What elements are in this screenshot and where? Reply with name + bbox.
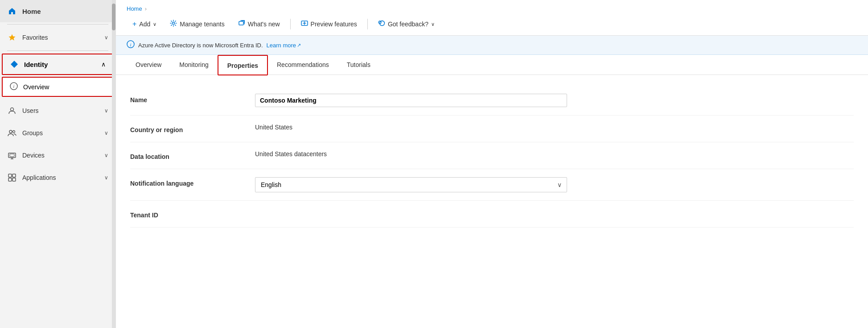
- notification-language-select[interactable]: English: [255, 177, 567, 192]
- property-notification-language-label: Notification language: [130, 177, 255, 187]
- star-icon: [7, 33, 17, 42]
- divider-1: [7, 24, 108, 25]
- sidebar-item-identity-label: Identity: [24, 61, 96, 68]
- property-country-label: Country or region: [130, 124, 255, 133]
- got-feedback-button[interactable]: Got feedback? ∨: [372, 17, 440, 32]
- notification-language-select-wrapper: English ∨: [255, 177, 567, 192]
- chevron-down-icon: ∨: [104, 152, 108, 158]
- info-icon: i: [127, 40, 135, 50]
- divider-2: [7, 50, 108, 51]
- sidebar-item-home[interactable]: Home: [0, 0, 115, 22]
- property-tenant-id-row: Tenant ID: [130, 201, 854, 228]
- preview-icon: [301, 20, 308, 29]
- preview-features-button[interactable]: Preview features: [295, 17, 363, 32]
- svg-rect-14: [12, 178, 16, 181]
- property-data-location-row: Data location United States datacenters: [130, 142, 854, 169]
- sidebar-item-devices[interactable]: Devices ∨: [0, 144, 115, 166]
- svg-point-5: [9, 130, 12, 133]
- sidebar-item-overview-label: Overview: [23, 83, 49, 91]
- sidebar: Home Favorites ∨ Identity ∧ i: [0, 0, 116, 328]
- sidebar-item-devices-label: Devices: [22, 152, 99, 159]
- svg-text:i: i: [130, 42, 131, 47]
- device-icon: [7, 150, 17, 160]
- scrollbar-track[interactable]: [112, 0, 115, 328]
- sidebar-item-users-label: Users: [22, 107, 99, 114]
- tab-overview[interactable]: Overview: [127, 55, 170, 75]
- svg-rect-13: [8, 178, 12, 181]
- app-icon: [7, 173, 17, 183]
- property-data-location-value: United States datacenters: [255, 150, 854, 158]
- feedback-icon: [378, 20, 385, 29]
- svg-marker-0: [9, 34, 16, 41]
- property-data-location-label: Data location: [130, 150, 255, 160]
- svg-rect-16: [239, 21, 243, 25]
- property-name-row: Name: [130, 86, 854, 116]
- home-icon: [7, 6, 17, 16]
- plus-icon: +: [132, 20, 136, 28]
- property-notification-language-value: English ∨: [255, 177, 854, 192]
- sidebar-item-favorites-label: Favorites: [22, 34, 99, 41]
- toolbar-divider-2: [367, 19, 368, 29]
- property-name-label: Name: [130, 94, 255, 104]
- svg-rect-11: [8, 174, 12, 177]
- info-banner: i Azure Active Directory is now Microsof…: [116, 36, 868, 55]
- property-country-value: United States: [255, 124, 854, 131]
- property-notification-language-row: Notification language English ∨: [130, 169, 854, 201]
- breadcrumb-home-link[interactable]: Home: [127, 5, 142, 12]
- learn-more-link[interactable]: Learn more ↗: [267, 42, 301, 49]
- svg-point-4: [11, 108, 14, 111]
- toolbar: Home › + Add ∨ Manage tenants: [116, 0, 868, 36]
- banner-message: Azure Active Directory is now Microsoft …: [138, 42, 263, 49]
- sidebar-item-groups[interactable]: Groups ∨: [0, 122, 115, 144]
- chevron-down-icon: ∨: [104, 34, 108, 41]
- user-icon: [7, 106, 17, 116]
- svg-point-18: [379, 21, 384, 26]
- sidebar-item-overview[interactable]: i Overview: [2, 77, 114, 97]
- svg-rect-12: [12, 174, 16, 177]
- svg-text:i: i: [13, 84, 15, 89]
- property-country-row: Country or region United States: [130, 116, 854, 142]
- breadcrumb-separator: ›: [145, 5, 147, 12]
- external-link-icon: ↗: [297, 42, 301, 48]
- svg-point-6: [13, 131, 15, 133]
- external-window-icon: [238, 20, 245, 29]
- chevron-up-icon: ∧: [101, 61, 106, 68]
- property-tenant-id-label: Tenant ID: [130, 209, 255, 219]
- properties-content: Name Country or region United States Dat…: [116, 75, 868, 328]
- sidebar-item-identity[interactable]: Identity ∧: [3, 54, 113, 74]
- manage-tenants-button[interactable]: Manage tenants: [164, 17, 230, 32]
- tab-monitoring[interactable]: Monitoring: [170, 55, 217, 75]
- sidebar-item-groups-label: Groups: [22, 129, 99, 137]
- name-input[interactable]: [255, 94, 567, 107]
- svg-marker-1: [11, 61, 18, 68]
- sidebar-item-users[interactable]: Users ∨: [0, 100, 115, 122]
- chevron-down-icon: ∨: [153, 21, 156, 27]
- sidebar-item-applications[interactable]: Applications ∨: [0, 166, 115, 189]
- sidebar-item-favorites[interactable]: Favorites ∨: [0, 26, 115, 49]
- sidebar-item-applications-label: Applications: [22, 174, 99, 181]
- tabs-nav: Overview Monitoring Properties Recommend…: [116, 55, 868, 75]
- svg-rect-8: [10, 154, 14, 157]
- tab-recommendations[interactable]: Recommendations: [268, 55, 338, 75]
- gear-icon: [170, 20, 177, 29]
- toolbar-actions: + Add ∨ Manage tenants: [127, 17, 857, 32]
- svg-point-15: [173, 22, 175, 25]
- scrollbar-thumb[interactable]: [112, 4, 115, 30]
- diamond-icon: [10, 60, 19, 69]
- chevron-down-icon: ∨: [431, 21, 435, 27]
- property-name-value: [255, 94, 854, 107]
- sidebar-item-home-label: Home: [22, 8, 108, 15]
- toolbar-divider-1: [290, 19, 291, 29]
- add-button[interactable]: + Add ∨: [127, 17, 162, 31]
- chevron-down-icon: ∨: [104, 108, 108, 114]
- main-content: Home › + Add ∨ Manage tenants: [116, 0, 868, 328]
- info-circle-icon: i: [10, 82, 18, 91]
- group-icon: [7, 128, 17, 138]
- chevron-down-icon: ∨: [104, 174, 108, 181]
- chevron-down-icon: ∨: [104, 130, 108, 136]
- identity-section: Identity ∧: [2, 54, 114, 75]
- tab-tutorials[interactable]: Tutorials: [338, 55, 379, 75]
- whats-new-button[interactable]: What's new: [232, 17, 286, 32]
- breadcrumb: Home ›: [127, 5, 857, 12]
- tab-properties[interactable]: Properties: [218, 55, 268, 75]
